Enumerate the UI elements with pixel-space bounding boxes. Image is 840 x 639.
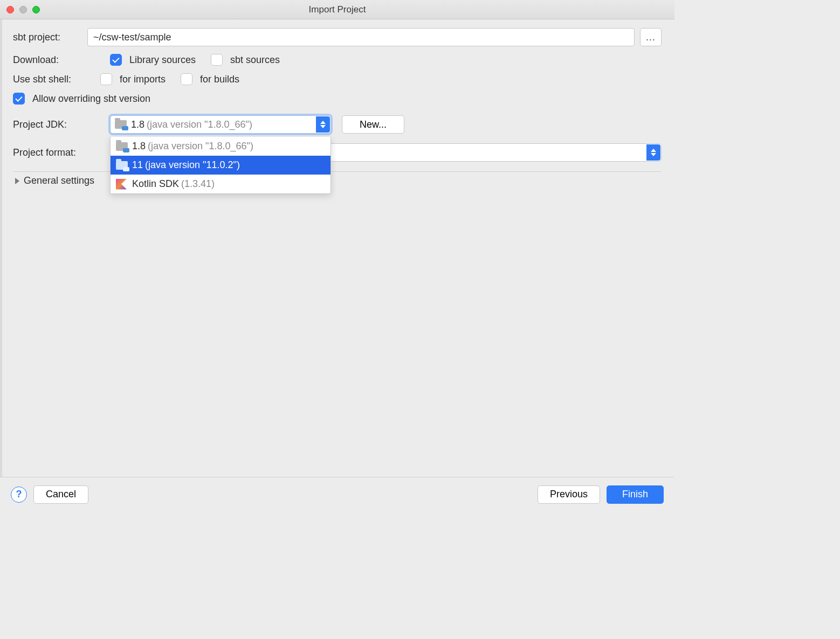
jdk-folder-icon [116,161,128,170]
left-edge [0,19,2,477]
project-jdk-row: Project JDK: 1.8 (java version "1.8.0_66… [13,115,662,134]
jdk-option-kotlin[interactable]: Kotlin SDK (1.3.41) [111,175,331,193]
sbt-shell-label: Use sbt shell: [13,74,95,85]
allow-override-label: Allow overriding sbt version [32,93,150,105]
window-title: Import Project [309,4,366,15]
sbt-project-path-input[interactable] [87,28,635,46]
check-icon [15,94,22,101]
close-window-button[interactable] [6,6,14,13]
library-sources-checkbox[interactable] [110,54,122,66]
project-format-label: Project format: [13,147,105,158]
allow-override-row: Allow overriding sbt version [13,93,662,105]
download-label: Download: [13,54,105,66]
cancel-button[interactable]: Cancel [33,485,88,504]
jdk-selected-name: 1.8 [131,119,144,130]
chevron-right-icon [15,178,19,184]
jdk-selected-detail: (java version "1.8.0_66") [147,119,252,130]
previous-button[interactable]: Previous [538,485,600,504]
zoom-window-button[interactable] [32,6,40,13]
content-area: sbt project: ... Download: Library sourc… [0,19,674,186]
for-imports-checkbox[interactable] [100,73,112,85]
jdk-option-detail: (1.3.41) [181,178,215,190]
jdk-folder-icon [115,120,127,129]
for-builds-label: for builds [200,74,239,85]
general-settings-label: General settings [24,175,94,186]
check-icon [112,55,119,62]
sbt-sources-label: sbt sources [230,54,280,66]
allow-override-checkbox[interactable] [13,93,25,105]
select-spinner-icon [646,144,660,161]
finish-button[interactable]: Finish [607,485,664,504]
window-controls [6,6,40,13]
jdk-select-wrap: 1.8 (java version "1.8.0_66") 1.8 (java … [110,115,331,134]
project-jdk-select[interactable]: 1.8 (java version "1.8.0_66") [110,115,331,134]
sbt-project-row: sbt project: ... [13,28,662,46]
sbt-shell-row: Use sbt shell: for imports for builds [13,73,662,85]
project-jdk-label: Project JDK: [13,119,105,130]
kotlin-icon [116,179,127,190]
jdk-option-name: 11 [132,159,143,171]
jdk-option-1_8[interactable]: 1.8 (java version "1.8.0_66") [111,137,331,156]
sbt-project-label: sbt project: [13,32,82,43]
jdk-option-11[interactable]: 11 (java version "11.0.2") [111,156,331,175]
jdk-dropdown: 1.8 (java version "1.8.0_66") 11 (java v… [110,137,331,194]
browse-button[interactable]: ... [640,28,662,46]
titlebar: Import Project [0,0,674,19]
jdk-option-name: 1.8 [132,141,146,152]
footer: ? Cancel Previous Finish [0,477,674,511]
help-button[interactable]: ? [11,487,27,503]
sbt-sources-checkbox[interactable] [211,54,223,66]
for-builds-checkbox[interactable] [181,73,192,85]
for-imports-label: for imports [120,74,166,85]
jdk-option-name: Kotlin SDK [132,178,179,190]
library-sources-label: Library sources [129,54,196,66]
new-jdk-button[interactable]: New... [342,115,404,134]
jdk-folder-icon [116,142,128,151]
select-spinner-icon [316,116,330,133]
jdk-option-detail: (java version "1.8.0_66") [148,141,253,152]
jdk-option-detail: (java version "11.0.2") [145,159,240,171]
download-row: Download: Library sources sbt sources [13,54,662,66]
minimize-window-button[interactable] [19,6,27,13]
